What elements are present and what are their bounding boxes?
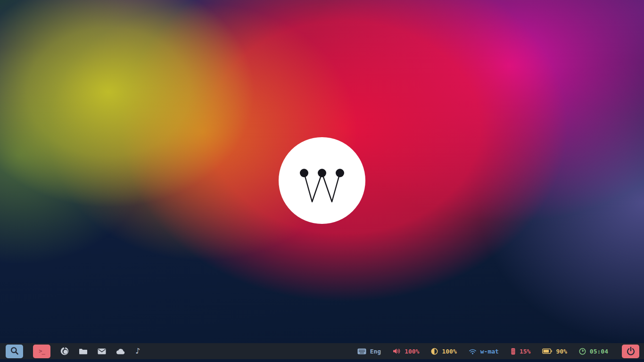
terminal-icon: >_ <box>39 348 44 354</box>
browser-button[interactable] <box>60 347 69 355</box>
wifi-icon <box>469 348 477 354</box>
taskbar: >_ <box>0 343 644 359</box>
cloud-button[interactable] <box>116 348 125 354</box>
w-logo-icon <box>279 137 365 224</box>
clock-label: 05:04 <box>590 348 608 354</box>
speaker-icon <box>393 348 401 354</box>
mail-button[interactable] <box>98 348 106 354</box>
clock-icon <box>579 348 586 355</box>
music-note-icon: ♪ <box>135 347 140 355</box>
launcher-group: >_ <box>0 343 140 359</box>
desktop: >_ <box>0 0 644 362</box>
brightness-label: 100% <box>442 348 456 354</box>
wallpaper-logo <box>279 137 365 224</box>
keyboard-icon <box>357 348 366 354</box>
battery-icon <box>542 348 552 354</box>
search-button[interactable] <box>6 345 23 358</box>
memory-label: 15% <box>520 348 530 354</box>
music-button[interactable]: ♪ <box>135 347 140 355</box>
terminal-button[interactable]: >_ <box>33 345 50 358</box>
wifi-indicator[interactable]: w-mat <box>469 348 499 354</box>
folder-icon <box>79 348 88 354</box>
wifi-label: w-mat <box>480 348 499 354</box>
cloud-icon <box>116 348 125 354</box>
battery-label: 90% <box>556 348 567 354</box>
chip-icon <box>511 348 516 355</box>
keyboard-layout-indicator[interactable]: Eng <box>357 348 381 354</box>
brightness-indicator[interactable]: 100% <box>431 348 456 355</box>
power-button[interactable] <box>622 345 639 358</box>
contrast-icon <box>431 348 438 355</box>
keyboard-layout-label: Eng <box>370 348 381 354</box>
files-button[interactable] <box>79 348 88 354</box>
mail-icon <box>98 348 106 354</box>
power-icon <box>626 346 636 356</box>
battery-indicator[interactable]: 90% <box>542 348 567 354</box>
search-icon <box>10 346 19 356</box>
clock-indicator[interactable]: 05:04 <box>579 348 608 355</box>
memory-indicator[interactable]: 15% <box>511 348 530 355</box>
volume-indicator[interactable]: 100% <box>393 348 419 354</box>
volume-label: 100% <box>405 348 419 354</box>
firefox-icon <box>60 347 69 355</box>
system-tray: Eng 100% <box>357 345 644 358</box>
